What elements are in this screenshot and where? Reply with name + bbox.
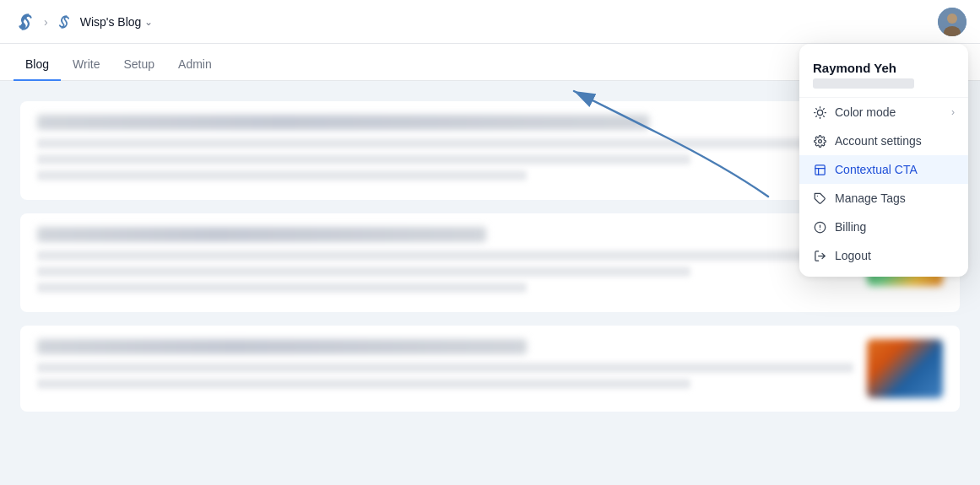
blog-chevron-icon: ⌄	[144, 16, 153, 28]
post-desc	[37, 283, 527, 293]
svg-line-9	[823, 116, 824, 116]
dropdown-item-color-mode[interactable]: Color mode ›	[799, 98, 968, 127]
tab-setup[interactable]: Setup	[111, 49, 166, 81]
post-desc	[37, 251, 853, 261]
svg-point-5	[817, 110, 822, 115]
dropdown-menu: Raymond Yeh Color mode ›	[799, 44, 968, 277]
tab-write[interactable]: Write	[61, 49, 111, 81]
post-title	[37, 227, 486, 242]
dropdown-user-name: Raymond Yeh	[813, 61, 955, 75]
account-settings-label: Account settings	[835, 134, 955, 148]
blog-name[interactable]: Wisp's Blog ⌄	[80, 15, 154, 29]
post-text	[37, 227, 853, 299]
svg-line-13	[823, 108, 824, 109]
dropdown-user-email	[813, 78, 914, 89]
post-desc	[37, 138, 853, 148]
wisp-logo-main[interactable]	[14, 10, 37, 34]
post-thumbnail	[867, 339, 943, 398]
post-title	[37, 115, 649, 130]
dropdown-item-billing[interactable]: Billing	[799, 213, 968, 241]
svg-line-12	[815, 116, 816, 116]
post-desc	[37, 154, 690, 164]
breadcrumb-sep: ›	[44, 15, 48, 29]
color-mode-label: Color mode	[835, 105, 943, 119]
logout-icon	[813, 249, 826, 262]
svg-point-3	[938, 8, 966, 36]
tab-blog[interactable]: Blog	[14, 49, 61, 81]
dropdown-item-logout[interactable]: Logout	[799, 241, 968, 270]
tag-icon	[813, 191, 826, 205]
topbar-left: › Wisp's Blog ⌄	[14, 10, 153, 34]
billing-label: Billing	[835, 220, 955, 234]
user-avatar[interactable]	[938, 8, 966, 36]
post-title	[37, 339, 527, 354]
topbar-right	[938, 8, 966, 36]
post-desc	[37, 267, 690, 277]
billing-icon	[813, 220, 826, 234]
gear-icon	[813, 134, 826, 148]
manage-tags-label: Manage Tags	[835, 191, 955, 205]
avatar-image	[938, 8, 966, 36]
post-desc	[37, 363, 853, 373]
svg-rect-15	[815, 164, 824, 174]
dropdown-user-section: Raymond Yeh	[799, 51, 968, 98]
tab-admin[interactable]: Admin	[166, 49, 224, 81]
post-desc	[37, 379, 690, 389]
svg-line-8	[815, 108, 816, 109]
topbar: › Wisp's Blog ⌄	[0, 0, 980, 44]
post-text	[37, 339, 853, 395]
post-row	[20, 326, 960, 412]
post-text	[37, 115, 853, 186]
sun-icon	[813, 105, 826, 119]
wisp-logo-small	[55, 13, 73, 31]
svg-point-14	[818, 139, 821, 143]
dropdown-item-manage-tags[interactable]: Manage Tags	[799, 184, 968, 213]
chevron-right-icon: ›	[951, 106, 955, 118]
dropdown-item-contextual-cta[interactable]: Contextual CTA	[799, 155, 968, 184]
post-desc	[37, 170, 527, 181]
contextual-cta-label: Contextual CTA	[835, 163, 955, 176]
layout-icon	[813, 163, 826, 176]
dropdown-item-account-settings[interactable]: Account settings	[799, 127, 968, 155]
logout-label: Logout	[835, 249, 955, 262]
